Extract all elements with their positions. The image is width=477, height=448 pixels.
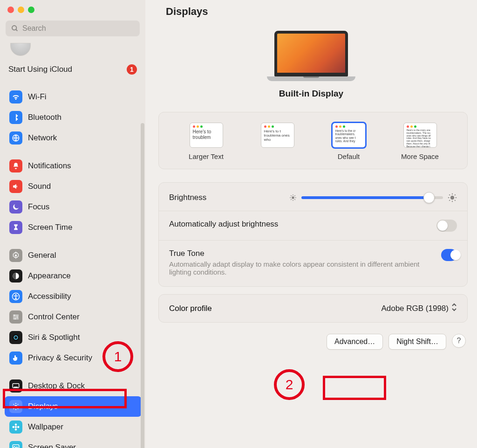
- display-thumbnail[interactable]: [267, 31, 355, 81]
- sidebar-item-notifications[interactable]: Notifications: [5, 156, 142, 176]
- sidebar-item-bluetooth[interactable]: Bluetooth: [5, 107, 142, 128]
- sidebar-item-label: Wi-Fi: [28, 92, 47, 102]
- sidebar-item-control-center[interactable]: Control Center: [5, 307, 142, 327]
- icloud-badge: 1: [127, 64, 137, 75]
- color-profile-select[interactable]: Adobe RGB (1998): [381, 303, 457, 314]
- brightness-low-icon: [289, 194, 297, 201]
- svg-line-43: [449, 194, 450, 195]
- svg-point-38: [450, 196, 454, 200]
- sliders-icon: [9, 310, 22, 324]
- sidebar-item-label: General: [28, 251, 56, 260]
- screensaver-icon: [9, 441, 22, 448]
- hourglass-icon: [9, 221, 22, 234]
- svg-line-20: [18, 408, 19, 409]
- sidebar-item-general[interactable]: General: [5, 245, 142, 266]
- svg-point-3: [15, 255, 17, 257]
- flower-icon: [9, 420, 22, 434]
- page-title: Displays: [145, 0, 477, 18]
- resolution-option-3[interactable]: Here's to the crazy one troublemakers. T…: [392, 123, 448, 160]
- night-shift-button[interactable]: Night Shift…: [388, 334, 446, 350]
- annotation-circle-2: 2: [274, 369, 305, 400]
- sidebar-item-desktop-dock[interactable]: Desktop & Dock: [5, 376, 142, 396]
- search-placeholder: Search: [22, 24, 46, 33]
- true-tone-toggle[interactable]: [441, 249, 457, 261]
- sidebar-scrollbar[interactable]: [141, 123, 144, 448]
- svg-point-8: [17, 317, 18, 318]
- moon-icon: [9, 200, 22, 214]
- search-input[interactable]: Search: [6, 21, 140, 36]
- color-profile-row: Color profile Adobe RGB (1998): [158, 294, 468, 323]
- sidebar-item-privacy-security[interactable]: Privacy & Security: [5, 348, 142, 368]
- brightness-icon: [9, 400, 22, 413]
- sidebar-item-label: Privacy & Security: [28, 353, 92, 363]
- sidebar-item-accessibility[interactable]: Accessibility: [5, 286, 142, 307]
- svg-line-1: [16, 29, 17, 31]
- resolution-option-1[interactable]: Here's to t troublema ones who: [250, 123, 306, 160]
- dock-icon: [9, 379, 22, 393]
- display-name: Built-in Display: [239, 89, 383, 99]
- sidebar-item-label: Focus: [28, 202, 49, 212]
- zoom-window-button[interactable]: [28, 7, 34, 13]
- minimize-window-button[interactable]: [18, 7, 24, 13]
- svg-point-27: [17, 426, 20, 428]
- svg-point-24: [15, 424, 17, 426]
- close-window-button[interactable]: [7, 7, 14, 13]
- sidebar-item-siri-spotlight[interactable]: Siri & Spotlight: [5, 327, 142, 348]
- svg-line-37: [294, 195, 295, 196]
- svg-line-21: [14, 408, 14, 409]
- globe-icon: [9, 131, 22, 145]
- resolution-panel: Here's to troublemLarger TextHere's to t…: [158, 112, 468, 169]
- sidebar-item-appearance[interactable]: Appearance: [5, 266, 142, 286]
- brightness-row: Brightness: [159, 185, 467, 211]
- sidebar: Search Start Using iCloud 1 Wi-FiBluetoo…: [0, 0, 145, 448]
- sidebar-item-label: Screen Saver: [28, 443, 76, 448]
- true-tone-row: True Tone Automatically adapt display to…: [159, 241, 467, 284]
- sidebar-item-screen-saver[interactable]: Screen Saver: [5, 437, 142, 448]
- main-panel: Displays Built-in Display Here's to trou…: [145, 0, 477, 448]
- svg-rect-13: [14, 387, 18, 388]
- sidebar-item-wallpaper[interactable]: Wallpaper: [5, 417, 142, 437]
- sidebar-item-label: Network: [28, 133, 57, 143]
- true-tone-label: True Tone: [169, 249, 430, 258]
- brightness-slider[interactable]: [289, 193, 457, 202]
- auto-brightness-toggle[interactable]: [436, 220, 457, 232]
- sidebar-item-label: Appearance: [28, 271, 71, 281]
- avatar[interactable]: [10, 43, 31, 56]
- siri-icon: [9, 331, 22, 344]
- svg-point-23: [15, 426, 17, 428]
- sidebar-item-network[interactable]: Network: [5, 128, 142, 148]
- resolution-option-2[interactable]: Here's to the cr troublemakers. ones who…: [321, 123, 377, 160]
- svg-point-10: [13, 334, 20, 341]
- gear-icon: [9, 249, 22, 262]
- svg-point-9: [14, 318, 16, 319]
- search-icon: [11, 25, 19, 32]
- annotation-rect-2: [323, 376, 386, 400]
- sidebar-item-sound[interactable]: Sound: [5, 176, 142, 197]
- sidebar-item-label: Notifications: [28, 161, 71, 171]
- window-controls: [0, 0, 145, 18]
- icloud-banner[interactable]: Start Using iCloud 1: [0, 56, 145, 76]
- sidebar-item-label: Sound: [28, 182, 51, 191]
- resolution-label: Default: [338, 152, 360, 160]
- svg-line-44: [455, 200, 456, 201]
- svg-line-45: [449, 200, 450, 201]
- sidebar-item-screen-time[interactable]: Screen Time: [5, 217, 142, 238]
- hand-icon: [9, 352, 22, 365]
- advanced-button[interactable]: Advanced…: [327, 334, 383, 350]
- resolution-option-0[interactable]: Here's to troublemLarger Text: [178, 123, 234, 160]
- bluetooth-icon: [9, 111, 22, 124]
- svg-point-29: [292, 196, 294, 199]
- sidebar-item-label: Desktop & Dock: [28, 381, 85, 391]
- brightness-high-icon: [448, 193, 457, 202]
- chevrons-updown-icon: [451, 303, 457, 314]
- svg-point-6: [15, 294, 17, 296]
- icloud-label: Start Using iCloud: [8, 65, 72, 74]
- sidebar-item-displays[interactable]: Displays: [5, 396, 142, 417]
- svg-point-25: [15, 428, 17, 431]
- bell-icon: [9, 159, 22, 172]
- sidebar-item-label: Bluetooth: [28, 113, 61, 122]
- sidebar-item-focus[interactable]: Focus: [5, 197, 142, 217]
- resolution-label: Larger Text: [189, 152, 224, 160]
- sidebar-item-wi-fi[interactable]: Wi-Fi: [5, 87, 142, 107]
- help-button[interactable]: ?: [452, 334, 466, 348]
